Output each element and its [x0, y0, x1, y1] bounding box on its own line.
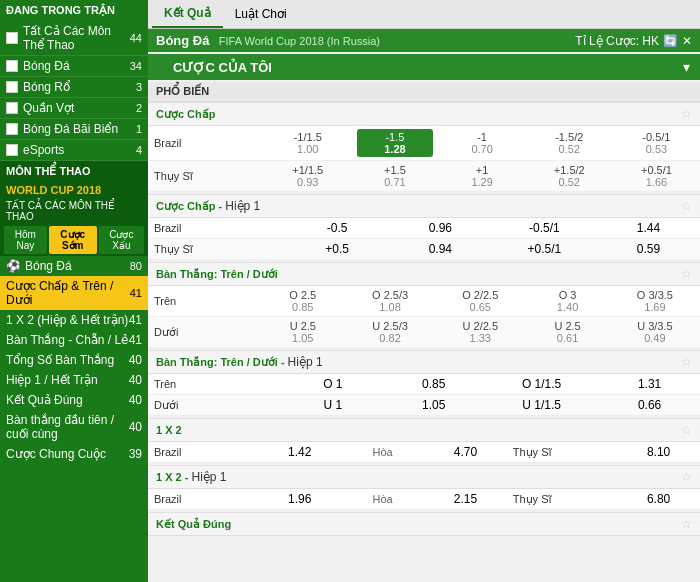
- 1x2-h1-thuysi: Thụy Sĩ: [507, 489, 617, 510]
- sidebar-sub-chungcuoc[interactable]: Cược Chung Cuộc 39: [0, 444, 148, 464]
- odds-brazil-1-5[interactable]: -0.5/10.53: [613, 126, 700, 161]
- odds-tren-h1-2[interactable]: 0.85: [383, 374, 484, 395]
- chevron-down-icon[interactable]: ▾: [683, 59, 690, 75]
- sidebar-item-bongdabaibien[interactable]: Bóng Đá Bãi Biển 1: [0, 119, 148, 140]
- star-icon-cuoc-chap[interactable]: ☆: [681, 107, 692, 121]
- odds-tren-4[interactable]: O 31.40: [525, 286, 609, 317]
- tab-luat-choi[interactable]: Luật Chơi: [223, 0, 299, 28]
- star-icon-1x2-hiep1[interactable]: ☆: [681, 470, 692, 484]
- odds-1x2-h1-hoa[interactable]: 2.15: [424, 489, 507, 510]
- odds-duoi-h1-3[interactable]: U 1/1.5: [484, 395, 599, 416]
- sidebar-sub-banthang[interactable]: Bàn Thắng - Chẵn / Lẻ 41: [0, 330, 148, 350]
- tab-ket-qua[interactable]: Kết Quả: [152, 0, 223, 28]
- checkbox-bongdabaibien[interactable]: [6, 123, 18, 135]
- odds-thuysi-1-1[interactable]: +1/1.50.93: [264, 161, 351, 192]
- sub-ketqua-count: 40: [129, 393, 142, 407]
- star-icon-1x2[interactable]: ☆: [681, 423, 692, 437]
- sidebar-item-quanvot[interactable]: Quần Vợt 2: [0, 98, 148, 119]
- odds-1x2-hoa[interactable]: 4.70: [424, 442, 507, 463]
- odds-duoi-5[interactable]: U 3/3.50.49: [610, 317, 700, 348]
- odds-brazil-1-1[interactable]: -1/1.51.00: [264, 126, 351, 161]
- odds-tren-5[interactable]: O 3/3.51.69: [610, 286, 700, 317]
- bongro-count: 3: [136, 81, 142, 93]
- odds-duoi-h1-2[interactable]: 1.05: [383, 395, 484, 416]
- sidebar-sport-bongda[interactable]: ⚽ Bóng Đá 80: [0, 256, 148, 276]
- sidebar-sub-1x2[interactable]: 1 X 2 (Hiệp & Hết trận) 41: [0, 310, 148, 330]
- odds-1x2-h1-hoa-label: Hòa: [341, 489, 424, 510]
- tren-hiep1-team: Trên: [148, 374, 282, 395]
- duoi-hiep1-row[interactable]: Dưới U 1 1.05 U 1/1.5 0.66: [148, 395, 700, 416]
- odds-brazil-h1-4[interactable]: 1.44: [597, 218, 700, 239]
- main-content: Kết Quả Luật Chơi Bóng Đá FIFA World Cup…: [148, 0, 700, 582]
- sidebar-item-esports[interactable]: eSports 4: [0, 140, 148, 161]
- odds-tren-3[interactable]: O 2/2.50.65: [435, 286, 525, 317]
- checkbox-esports[interactable]: [6, 144, 18, 156]
- sidebar-sub-hiep1[interactable]: Hiệp 1 / Hết Trận 40: [0, 370, 148, 390]
- odds-duoi-1[interactable]: U 2.51.05: [261, 317, 345, 348]
- tab-cuoc-xau[interactable]: Cược Xấu: [99, 226, 144, 254]
- sidebar-active-market[interactable]: Cược Chấp & Trên / Dưới 41: [0, 276, 148, 310]
- thuysi-row-1[interactable]: Thụy Sĩ +1/1.50.93 +1.50.71 +11.29 +1.5/…: [148, 161, 700, 192]
- odds-thuysi-h1-4[interactable]: 0.59: [597, 239, 700, 260]
- 1x2-hiep1-row[interactable]: Brazil 1.96 Hòa 2.15 Thụy Sĩ 6.80: [148, 489, 700, 510]
- odds-brazil-h1-3[interactable]: -0.5/1: [492, 218, 597, 239]
- dang-trong-tran-title: ĐANG TRONG TRẬN: [0, 0, 148, 21]
- odds-thuysi-1-4[interactable]: +1.5/20.52: [526, 161, 613, 192]
- sidebar-sub-ketqua[interactable]: Kết Quả Đúng 40: [0, 390, 148, 410]
- odds-1x2-thuysi[interactable]: 8.10: [617, 442, 700, 463]
- sidebar-item-all-sports[interactable]: Tất Cả Các Môn Thể Thao 44: [0, 21, 148, 56]
- odds-tren-1[interactable]: O 2.50.85: [261, 286, 345, 317]
- brazil-row-1[interactable]: Brazil -1/1.51.00 -1.5 1.28 -10.70 -1.5/…: [148, 126, 700, 161]
- odds-duoi-2[interactable]: U 2.5/30.82: [345, 317, 435, 348]
- odds-1x2-h1-brazil[interactable]: 1.96: [258, 489, 341, 510]
- tab-cuoc-som[interactable]: Cược Sớm: [49, 226, 97, 254]
- star-icon-ket-qua-dung[interactable]: ☆: [681, 517, 692, 531]
- tab-hom-nay[interactable]: Hôm Nay: [4, 226, 47, 254]
- checkbox-bongda[interactable]: [6, 60, 18, 72]
- section-header-banthang-hiep1: Bàn Thắng: Trên / Dưới - Hiệp 1 ☆: [148, 350, 700, 374]
- sidebar-sub-tong[interactable]: Tổng Số Bàn Thắng 40: [0, 350, 148, 370]
- odds-duoi-h1-4[interactable]: 0.66: [599, 395, 700, 416]
- banthang-table: Trên O 2.50.85 O 2.5/31.08 O 2/2.50.65 O…: [148, 286, 700, 348]
- star-icon-banthang-hiep1[interactable]: ☆: [681, 355, 692, 369]
- checkbox-quanvot[interactable]: [6, 102, 18, 114]
- odds-duoi-3[interactable]: U 2/2.51.33: [435, 317, 525, 348]
- sidebar-item-bongda[interactable]: Bóng Đá 34: [0, 56, 148, 77]
- odds-tren-h1-3[interactable]: O 1/1.5: [484, 374, 599, 395]
- star-icon-cuoc-chap-hiep1[interactable]: ☆: [681, 199, 692, 213]
- odds-tren-2[interactable]: O 2.5/31.08: [345, 286, 435, 317]
- checkbox-all-sports[interactable]: [6, 32, 18, 44]
- tren-row[interactable]: Trên O 2.50.85 O 2.5/31.08 O 2/2.50.65 O…: [148, 286, 700, 317]
- odds-brazil-h1-1[interactable]: -0.5: [286, 218, 389, 239]
- odds-thuysi-1-5[interactable]: +0.5/11.66: [613, 161, 700, 192]
- cuoc-header: ▶ CƯỢC CỦA TÔI ▾: [148, 54, 700, 80]
- brazil-hiep1-row[interactable]: Brazil -0.5 0.96 -0.5/1 1.44: [148, 218, 700, 239]
- 1x2-row[interactable]: Brazil 1.42 Hòa 4.70 Thụy Sĩ 8.10: [148, 442, 700, 463]
- close-icon[interactable]: ✕: [682, 34, 692, 48]
- odds-duoi-h1-1[interactable]: U 1: [282, 395, 383, 416]
- odds-1x2-brazil[interactable]: 1.42: [258, 442, 341, 463]
- odds-tren-h1-4[interactable]: 1.31: [599, 374, 700, 395]
- odds-thuysi-h1-1[interactable]: +0.5: [286, 239, 389, 260]
- star-icon-banthang[interactable]: ☆: [681, 267, 692, 281]
- checkbox-bongro[interactable]: [6, 81, 18, 93]
- thuysi-hiep1-row[interactable]: Thụy Sĩ +0.5 0.94 +0.5/1 0.59: [148, 239, 700, 260]
- tren-hiep1-row[interactable]: Trên O 1 0.85 O 1/1.5 1.31: [148, 374, 700, 395]
- odds-brazil-1-3[interactable]: -10.70: [439, 126, 526, 161]
- odds-duoi-4[interactable]: U 2.50.61: [525, 317, 609, 348]
- world-cup-title[interactable]: WORLD CUP 2018: [0, 182, 148, 198]
- odds-brazil-1-2[interactable]: -1.5 1.28: [351, 126, 438, 161]
- sidebar-sub-banthanddau[interactable]: Bàn thắng đầu tiên / cuối cùng 40: [0, 410, 148, 444]
- odds-brazil-h1-2[interactable]: 0.96: [389, 218, 492, 239]
- odds-thuysi-h1-3[interactable]: +0.5/1: [492, 239, 597, 260]
- refresh-icon[interactable]: 🔄: [663, 34, 678, 48]
- bongda-icon: ⚽: [6, 259, 21, 273]
- odds-thuysi-1-3[interactable]: +11.29: [439, 161, 526, 192]
- odds-thuysi-h1-2[interactable]: 0.94: [389, 239, 492, 260]
- odds-1x2-h1-thuysi[interactable]: 6.80: [617, 489, 700, 510]
- odds-thuysi-1-2[interactable]: +1.50.71: [351, 161, 438, 192]
- sidebar-item-bongro[interactable]: Bóng Rổ 3: [0, 77, 148, 98]
- odds-tren-h1-1[interactable]: O 1: [282, 374, 383, 395]
- duoi-row[interactable]: Dưới U 2.51.05 U 2.5/30.82 U 2/2.51.33 U…: [148, 317, 700, 348]
- odds-brazil-1-4[interactable]: -1.5/20.52: [526, 126, 613, 161]
